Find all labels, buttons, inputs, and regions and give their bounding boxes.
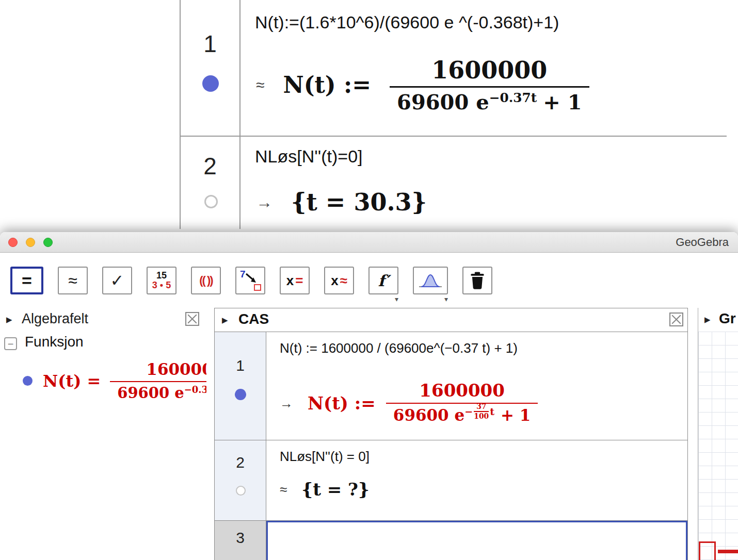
result-text: {t = ?} <box>301 480 370 500</box>
fraction-denominator: 69600 e−0.37t+ 1 <box>390 86 589 114</box>
cas-row-number-cell-selected[interactable]: 3 <box>215 521 266 560</box>
chevron-down-icon[interactable]: ▾ <box>395 295 398 303</box>
denominator-base: 69600 e <box>117 384 184 402</box>
cas-row-number-cell[interactable]: 2 <box>215 440 266 520</box>
fraction-numerator: 1600000 <box>386 381 538 403</box>
graph-red-segment <box>718 550 738 553</box>
normal-curve-icon <box>418 272 443 289</box>
denominator-tail: + 1 <box>501 406 531 424</box>
factor-icon: 15 3 • 5 <box>152 271 171 291</box>
cas-row-number[interactable]: 1 <box>181 30 239 58</box>
substitute-box-icon <box>254 284 261 291</box>
nsolve-approx-glyph: ≈ <box>340 273 347 289</box>
fraction-numerator: 1600000 <box>110 360 206 381</box>
arrow-prefix: → <box>256 193 272 212</box>
function-lhs: N(t) = <box>43 372 101 391</box>
probability-calculator-button[interactable]: ▾ <box>413 267 448 294</box>
collapse-icon[interactable]: − <box>4 337 17 350</box>
cas-cell[interactable]: N(t) := 1600000 / (69600e^(−0.37 t) + 1)… <box>266 332 687 440</box>
close-window-button[interactable] <box>8 238 18 247</box>
denominator-exponent: −0.37t <box>184 385 206 396</box>
exponent-fraction: 37100 <box>474 403 489 420</box>
approx-glyph: ≈ <box>68 271 77 290</box>
graphics-panel-title: Gr <box>719 310 736 327</box>
cas-output-row: ≈ {t = ?} <box>280 480 370 500</box>
approx-prefix: ≈ <box>280 482 287 498</box>
cas-row-number: 2 <box>215 454 266 471</box>
cas-output-row[interactable]: ≈ N(t) := 1600000 69600 e−0.37t+ 1 <box>256 57 589 114</box>
factor-button[interactable]: 15 3 • 5 <box>147 267 177 294</box>
solve-equals-glyph: = <box>295 273 303 289</box>
section-label: Funksjon <box>25 334 84 350</box>
keep-input-button[interactable]: ✓ <box>102 267 132 294</box>
hidden-object-circle-icon[interactable] <box>204 195 218 208</box>
denominator-base: 69600 e <box>393 406 464 424</box>
disclosure-triangle-icon[interactable]: ▶ <box>6 315 12 324</box>
solve-icon: x= <box>286 273 303 289</box>
close-icon[interactable] <box>185 312 199 326</box>
cas-input-text[interactable]: N(t) := 1600000 / (69600e^(−0.37 t) + 1) <box>280 340 518 356</box>
cas-panel-title: CAS <box>238 311 269 327</box>
show-object-dot-icon[interactable] <box>235 389 246 400</box>
equals-glyph: = <box>22 271 32 291</box>
graph-red-rectangle <box>699 541 716 560</box>
cas-input-text[interactable]: NLøs[N''(t)=0] <box>255 146 363 167</box>
numeric-solve-button[interactable]: x≈ <box>324 267 354 294</box>
derivative-button[interactable]: f′ ▾ <box>368 267 398 294</box>
result-lhs: N(t) := <box>283 72 371 98</box>
show-object-dot-icon[interactable] <box>202 75 219 92</box>
algebra-function-item[interactable]: N(t) = 1600000 69600 e−0.37t+ 1 <box>23 360 206 402</box>
evaluate-button[interactable]: = <box>10 267 43 294</box>
result-fraction: 1600000 69600 e−37100t+ 1 <box>386 381 538 426</box>
parentheses-icon: (( )) <box>199 274 212 287</box>
zoom-window-button[interactable] <box>43 238 53 247</box>
cas-input-text[interactable]: N(t):=(1.6*10^6)/(69600 e ^(-0.368t)+1) <box>255 12 559 32</box>
cas-panel-header: ▶ CAS <box>215 308 687 332</box>
function-fraction: 1600000 69600 e−0.37t+ 1 <box>110 360 206 402</box>
arrow-prefix: → <box>280 396 293 411</box>
fraction-numerator: 1600000 <box>390 57 589 86</box>
disclosure-triangle-icon[interactable]: ▶ <box>222 316 228 325</box>
cas-row-number-cell[interactable]: 1 <box>215 332 266 440</box>
cas-row-number[interactable]: 2 <box>181 152 239 180</box>
numeric-evaluate-button[interactable]: ≈ <box>58 267 88 294</box>
algebra-panel-title: Algebrafelt <box>22 311 88 327</box>
algebra-view-panel: ▶ Algebrafelt − Funksjon N(t) = 1600000 … <box>0 308 206 560</box>
minimize-window-button[interactable] <box>26 238 35 247</box>
result-lhs: N(t) := <box>308 393 376 414</box>
disclosure-triangle-icon[interactable]: ▶ <box>704 315 711 324</box>
hidden-object-circle-icon[interactable] <box>236 486 246 496</box>
cas-view-panel: ▶ CAS 1 N(t) := 1600000 / (69600e^(−0.37… <box>214 308 688 560</box>
cas-input-field[interactable] <box>266 521 687 560</box>
denominator-base: 69600 e <box>397 90 489 114</box>
cas-input-text[interactable]: NLøs[N''(t) = 0] <box>280 449 370 465</box>
result-fraction: 1600000 69600 e−0.37t+ 1 <box>390 57 589 114</box>
expand-button[interactable]: (( )) <box>191 267 221 294</box>
approx-prefix: ≈ <box>256 76 264 94</box>
denominator-tail: + 1 <box>543 90 582 114</box>
nsolve-x-glyph: x <box>331 273 338 289</box>
denominator-exponent: −37100t <box>464 403 494 421</box>
cas-cell[interactable]: NLøs[N''(t) = 0] ≈ {t = ?} <box>266 440 687 520</box>
cas-toolbar: = ≈ ✓ 15 3 • 5 (( )) 7 x= <box>0 253 738 308</box>
delete-button[interactable] <box>462 267 492 294</box>
chevron-down-icon[interactable]: ▾ <box>444 295 448 303</box>
geogebra-window: GeoGebra = ≈ ✓ 15 3 • 5 (( )) 7 <box>0 232 738 560</box>
background-cas-row-number-column: 1 2 <box>181 0 240 229</box>
substitute-button[interactable]: 7 <box>235 267 265 294</box>
cas-row-number: 1 <box>215 357 266 374</box>
title-bar[interactable]: GeoGebra <box>0 232 738 253</box>
checkmark-icon: ✓ <box>110 271 124 290</box>
solve-button[interactable]: x= <box>280 267 310 294</box>
graphics-canvas[interactable] <box>698 332 738 560</box>
derivative-icon: f′ <box>378 272 389 290</box>
exponent-sign: − <box>464 407 473 418</box>
factor-bottom-text: 3 • 5 <box>152 281 171 290</box>
close-icon[interactable] <box>669 312 683 326</box>
cas-output-row[interactable]: → {t = 30.3} <box>256 189 427 216</box>
exponent-fraction-denominator: 100 <box>474 412 489 420</box>
graphics-view-panel: ▶ Gr <box>698 308 738 560</box>
show-object-dot-icon[interactable] <box>23 376 33 386</box>
substitute-arrow-icon <box>245 273 259 285</box>
exponent-variable: t <box>490 407 494 418</box>
